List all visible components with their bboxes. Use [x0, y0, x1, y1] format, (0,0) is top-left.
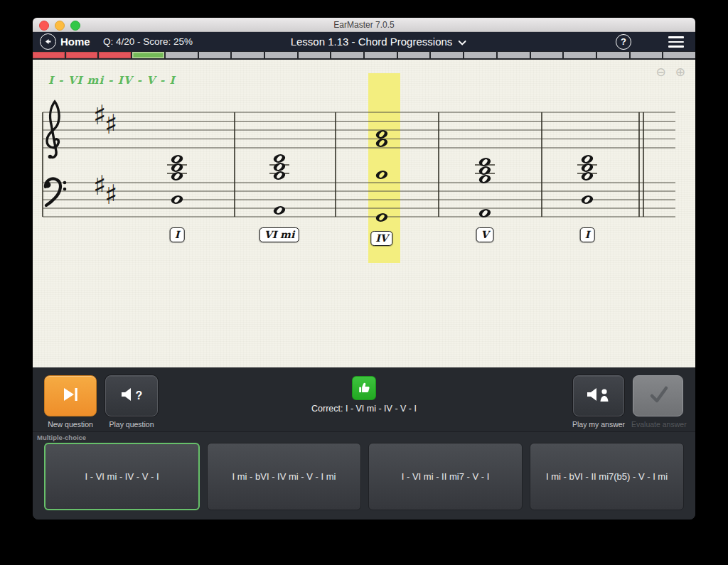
progression-label: I - VI mi - IV - V - I [48, 74, 175, 87]
progress-segment-pending [564, 52, 596, 58]
menu-button[interactable] [668, 36, 684, 48]
chord-label: I [580, 227, 595, 242]
speaker-icon [121, 387, 133, 404]
play-question-label: Play question [105, 420, 158, 429]
back-arrow-icon [40, 33, 56, 50]
progress-segment-pending [464, 52, 496, 58]
progress-segment-pending [199, 52, 231, 58]
question-mark-icon: ? [136, 389, 143, 402]
whole-note [273, 170, 287, 181]
progress-segment-pending [265, 52, 297, 58]
play-question-button[interactable]: ? [105, 375, 158, 416]
progress-bar [33, 51, 695, 60]
choice-row: I - VI mi - IV - V - I I mi - bVI - IV m… [44, 443, 684, 510]
skip-forward-icon [62, 386, 80, 406]
help-icon: ? [621, 36, 626, 47]
home-button[interactable]: Home [40, 33, 90, 50]
play-my-answer-button[interactable] [573, 375, 624, 416]
choice-button[interactable]: I - VI mi - II mi7 - V - I [368, 443, 523, 510]
progress-segment-pending [232, 52, 264, 58]
whole-note [478, 165, 492, 176]
new-question-button[interactable] [44, 375, 97, 416]
question-status: Q: 4/20 - Score: 25% [103, 36, 193, 47]
feedback-text: Correct: I - VI mi - IV - V - I [311, 404, 417, 414]
home-label: Home [60, 36, 90, 48]
choice-button[interactable]: I mi - bVI - IV mi - V - I mi [207, 443, 361, 510]
zoom-in-icon[interactable]: ⊕ [675, 65, 685, 80]
zoom-out-icon[interactable]: ⊖ [656, 65, 666, 80]
titlebar: EarMaster 7.0.5 [33, 18, 695, 32]
play-my-answer-label: Play my answer [572, 420, 625, 429]
chord-label: I [170, 227, 185, 242]
progress-segment-pending [299, 52, 331, 58]
progress-segment-pending [597, 52, 629, 58]
thumbs-up-icon [352, 376, 376, 400]
whole-note [273, 153, 287, 163]
score-area: ♯♯♯♯ I - VI mi - IV - V - I ⊖ ⊕ IVI miIV… [33, 60, 695, 367]
app-header: Home Q: 4/20 - Score: 25% Lesson 1.13 - … [33, 32, 695, 51]
chord-label: V [476, 227, 494, 242]
window-title: EarMaster 7.0.5 [33, 20, 695, 30]
progress-segment-pending [631, 52, 663, 58]
whole-note [581, 162, 594, 173]
progress-segment-pending [431, 52, 463, 58]
progress-segment-pending [663, 52, 695, 58]
toolbar: New question ? Play question Correct: I … [33, 367, 695, 431]
sharp-icon: ♯ [105, 179, 117, 210]
whole-note [171, 162, 184, 173]
help-button[interactable]: ? [616, 34, 631, 50]
progress-segment-pending [331, 52, 363, 58]
evaluate-answer-button[interactable] [633, 375, 683, 416]
progress-segment-wrong [33, 52, 65, 58]
sharp-icon: ♯ [105, 109, 117, 140]
multiple-choice-section: Multiple-choice I - VI mi - IV - V - I I… [33, 431, 695, 520]
choice-button[interactable]: I mi - bVI - II mi7(b5) - V - I mi [530, 443, 684, 510]
whole-note [581, 171, 594, 181]
hamburger-icon [668, 36, 684, 38]
whole-note [273, 161, 287, 172]
multiple-choice-label: Multiple-choice [37, 434, 86, 441]
chord-label: IV [370, 231, 392, 246]
staff-svg: ♯♯♯♯ [33, 60, 695, 367]
checkmark-icon [646, 384, 670, 408]
whole-note [171, 154, 184, 164]
lesson-selector[interactable]: Lesson 1.13 - Chord Progressions [291, 36, 466, 48]
progress-segment-pending [365, 52, 397, 58]
whole-note [478, 156, 492, 167]
choice-button[interactable]: I - VI mi - IV - V - I [44, 443, 200, 510]
app-window: EarMaster 7.0.5 Home Q: 4/20 - Score: 25… [33, 18, 695, 520]
progress-segment-pending [398, 52, 430, 58]
lesson-title: Lesson 1.13 - Chord Progressions [291, 36, 453, 48]
evaluate-answer-label: Evaluate answer [631, 420, 684, 429]
speaker-person-icon [587, 387, 611, 405]
whole-note [273, 205, 287, 215]
whole-note [171, 194, 184, 205]
chevron-down-icon [458, 36, 466, 48]
whole-note [581, 154, 594, 164]
progress-segment-wrong [99, 52, 131, 58]
progress-segment-pending [166, 52, 198, 58]
whole-note [171, 171, 184, 181]
progress-segment-correct [132, 52, 164, 58]
whole-note [581, 194, 594, 205]
new-question-label: New question [44, 420, 97, 429]
progress-segment-pending [498, 52, 530, 58]
progress-segment-pending [531, 52, 563, 58]
progress-segment-wrong [66, 52, 98, 58]
chord-label: VI mi [259, 227, 299, 242]
